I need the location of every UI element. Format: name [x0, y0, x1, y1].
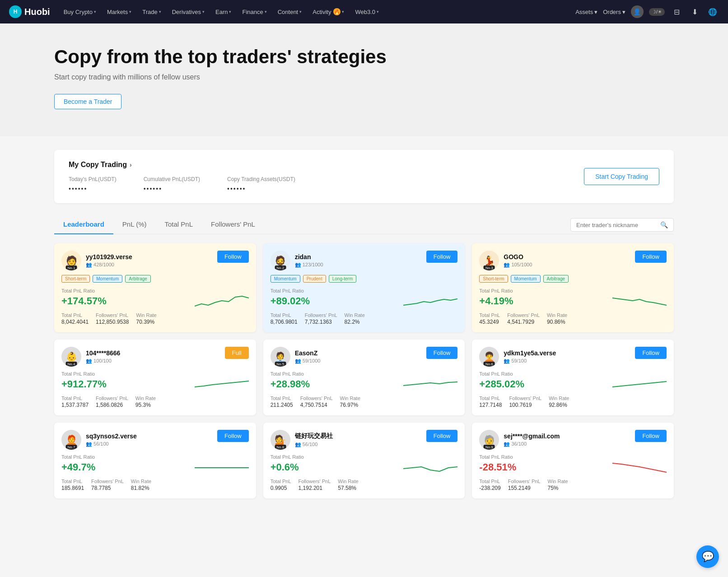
- follow-button[interactable]: Follow: [217, 251, 249, 263]
- follow-button[interactable]: Follow: [635, 347, 667, 359]
- nav-item-finance[interactable]: Finance▾: [238, 6, 271, 18]
- assets-nav[interactable]: Assets ▾: [575, 9, 597, 15]
- tag-prudent: Prudent: [303, 275, 326, 283]
- win-rate-value: 70.39%: [136, 319, 156, 325]
- trader-name-section: 链好玩交易社 👥 56/100: [295, 432, 333, 447]
- todays-pnl-stat: Today's PnL(USDT) ••••••: [69, 176, 117, 192]
- hero-title: Copy from the top traders' strategies: [54, 46, 674, 68]
- win-rate-value: 76.97%: [340, 402, 360, 408]
- trader-avatar: 🧔 No.2: [271, 251, 290, 270]
- trader-name: EasonZ: [295, 349, 321, 357]
- trader-card: 🧑‍🦰 No.7 sq3ynsos2.verse 👥 56/100 Follow…: [54, 423, 256, 498]
- trader-name-section: sq3ynsos2.verse 👥 56/100: [86, 433, 137, 447]
- win-rate-col: Win Rate 75%: [548, 479, 568, 491]
- followers-pnl-value: 4,541.7929: [507, 319, 540, 325]
- trader-name-section: 104****8666 👥 100/100: [86, 349, 120, 364]
- tab-pnl----[interactable]: PnL (%): [113, 216, 156, 234]
- tab-leaderboard[interactable]: Leaderboard: [54, 216, 113, 234]
- win-rate-value: 57.58%: [338, 485, 358, 491]
- trader-header: 🧑‍🦰 No.7 sq3ynsos2.verse 👥 56/100 Follow: [61, 430, 249, 450]
- nav-item-activity[interactable]: Activity🔥▾: [308, 5, 349, 18]
- trader-body: Total PnL Ratio +0.6% Total PnL 0.9905 F…: [271, 454, 458, 491]
- stats-row: Total PnL 0.9905 Followers' PnL 1,192.20…: [271, 479, 400, 491]
- pnl-ratio-label: Total PnL Ratio: [271, 371, 400, 377]
- followers-pnl-col: Followers' PnL 100.7619: [509, 396, 541, 408]
- total-pnl-col: Total PnL 8,706.9801: [271, 312, 298, 325]
- user-avatar[interactable]: 👤: [631, 5, 644, 18]
- sparkline-chart: [403, 371, 457, 394]
- trader-body: Total PnL Ratio +174.57% Total PnL 8,042…: [61, 288, 249, 325]
- copy-trading-title[interactable]: My Copy Trading ›: [69, 161, 584, 169]
- trader-card: 💁 No.8 链好玩交易社 👥 56/100 Follow Total PnL …: [263, 423, 465, 498]
- pnl-ratio-label: Total PnL Ratio: [479, 371, 609, 377]
- chart-area: [195, 371, 249, 395]
- follow-button[interactable]: Follow: [426, 430, 458, 442]
- rank-badge: No.9: [484, 445, 495, 450]
- language-icon[interactable]: 🌐: [706, 5, 719, 18]
- pnl-ratio-label: Total PnL Ratio: [61, 288, 191, 293]
- trader-name-section: EasonZ 👥 59/1000: [295, 349, 321, 364]
- win-rate-value: 82.2%: [345, 319, 365, 325]
- theme-toggle[interactable]: ☽/☀: [649, 8, 665, 16]
- followers-pnl-col: Followers' PnL 4,541.7929: [507, 312, 540, 325]
- nav-item-buy-crypto[interactable]: Buy Crypto▾: [59, 6, 101, 18]
- trader-info: 🧑‍🦱 No.6 ydkm1ye5a.verse 👥 59/100: [479, 347, 556, 367]
- win-rate-value: 75%: [548, 485, 568, 491]
- become-trader-button[interactable]: Become a Trader: [54, 94, 121, 109]
- sparkline-chart: [612, 288, 667, 311]
- notifications-icon[interactable]: ⊟: [670, 5, 683, 18]
- orders-nav[interactable]: Orders ▾: [603, 9, 625, 15]
- total-pnl-value: 8,706.9801: [271, 319, 298, 325]
- trader-body: Total PnL Ratio +49.7% Total PnL 185.869…: [61, 454, 249, 491]
- tab-total-pnl[interactable]: Total PnL: [156, 216, 202, 234]
- follow-button[interactable]: Follow: [635, 251, 667, 263]
- start-copy-trading-button[interactable]: Start Copy Trading: [584, 168, 659, 185]
- trader-followers: 👥 100/100: [86, 358, 120, 364]
- stats-row: Total PnL 1,537.3787 Followers' PnL 1,58…: [61, 396, 191, 408]
- pnl-ratio-value: -28.51%: [479, 461, 609, 473]
- followers-pnl-value: 155.2149: [508, 485, 541, 491]
- trader-name: zidan: [295, 253, 323, 261]
- hero-section: Copy from the top traders' strategies St…: [0, 23, 728, 136]
- trader-info: 🧓 No.9 sej****@gmail.com 👥 36/100: [479, 430, 560, 450]
- download-icon[interactable]: ⬇: [688, 5, 701, 18]
- nav-item-content[interactable]: Content▾: [273, 6, 307, 18]
- pnl-ratio-value: +174.57%: [61, 295, 191, 307]
- trader-body: Total PnL Ratio +28.98% Total PnL 211.24…: [271, 371, 458, 408]
- follow-button[interactable]: Follow: [635, 430, 667, 442]
- trader-body: Total PnL Ratio +912.77% Total PnL 1,537…: [61, 371, 249, 408]
- assets-value: ••••••: [227, 185, 295, 192]
- tag-momentum: Momentum: [511, 275, 541, 283]
- follow-button[interactable]: Full: [225, 347, 249, 359]
- tag-momentum: Momentum: [93, 275, 122, 283]
- nav-item-trade[interactable]: Trade▾: [138, 6, 165, 18]
- search-input[interactable]: [576, 222, 658, 228]
- follow-button[interactable]: Follow: [217, 430, 249, 442]
- trader-followers: 👥 59/100: [504, 358, 556, 364]
- win-rate-col: Win Rate 70.39%: [136, 312, 156, 325]
- search-icon: 🔍: [660, 221, 668, 228]
- trader-body: Total PnL Ratio +89.02% Total PnL 8,706.…: [271, 288, 458, 325]
- tab-followers--pnl[interactable]: Followers' PnL: [202, 216, 264, 234]
- followers-pnl-col: Followers' PnL 1,192.201: [299, 479, 331, 491]
- follow-button[interactable]: Follow: [426, 251, 458, 263]
- trader-stats: Total PnL Ratio +28.98% Total PnL 211.24…: [271, 371, 400, 408]
- nav-item-earn[interactable]: Earn▾: [211, 6, 236, 18]
- trader-header: 💃 No.3 GOGO 👥 105/1000 Follow: [479, 251, 667, 270]
- trader-avatar: 🧑‍🦱 No.6: [479, 347, 499, 367]
- trader-avatar: 💃 No.3: [479, 251, 499, 270]
- nav-item-markets[interactable]: Markets▾: [103, 6, 136, 18]
- total-pnl-value: 45.3249: [479, 319, 500, 325]
- logo[interactable]: H Huobi: [9, 5, 50, 18]
- nav-item-web3.0[interactable]: Web3.0▾: [350, 6, 383, 18]
- nav-item-derivatives[interactable]: Derivatives▾: [168, 6, 209, 18]
- trader-info: 👶 No.4 104****8666 👥 100/100: [61, 347, 120, 367]
- sparkline-chart: [612, 371, 667, 394]
- follow-button[interactable]: Follow: [426, 347, 458, 359]
- copy-trading-info: My Copy Trading › Today's PnL(USDT) ••••…: [69, 161, 584, 192]
- trader-name: yy101929.verse: [86, 253, 132, 261]
- pnl-ratio-value: +285.02%: [479, 378, 609, 390]
- pnl-ratio-value: +28.98%: [271, 378, 400, 390]
- trader-name: GOGO: [504, 253, 532, 261]
- trader-card: 👶 No.4 104****8666 👥 100/100 Full Total …: [54, 340, 256, 415]
